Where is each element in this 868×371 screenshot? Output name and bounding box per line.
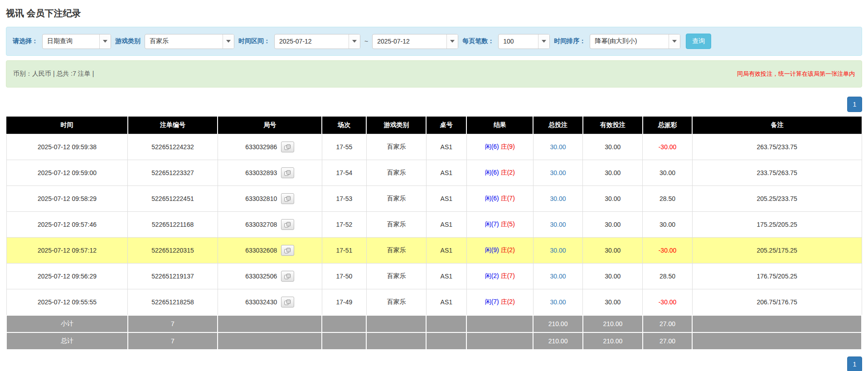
result-cell: 闲(6) 庄(2) bbox=[466, 160, 533, 186]
table-no-cell: AS1 bbox=[426, 289, 466, 316]
page-title: 视讯 会员下注纪录 bbox=[6, 7, 862, 20]
banker-result: 庄(2) bbox=[501, 298, 515, 305]
total-bet-cell: 30.00 bbox=[533, 264, 582, 289]
time-cell: 2025-07-12 09:56:29 bbox=[6, 264, 128, 289]
total-bet-link[interactable]: 30.00 bbox=[550, 195, 566, 202]
total-bet-link[interactable]: 30.00 bbox=[550, 143, 566, 151]
game-type-select[interactable]: 百家乐 bbox=[145, 34, 234, 49]
page-size-select[interactable]: 100 bbox=[498, 34, 550, 49]
time-sort-label: 时间排序： bbox=[554, 37, 586, 45]
session-cell: 17-54 bbox=[322, 160, 366, 186]
page-1-button[interactable]: 1 bbox=[847, 97, 862, 112]
banker-result: 庄(7) bbox=[501, 195, 515, 202]
total-row: 总计 7 210.00 210.00 27.00 bbox=[6, 332, 862, 350]
total-bet-link[interactable]: 30.00 bbox=[550, 169, 566, 176]
game-type-cell: 百家乐 bbox=[366, 186, 426, 212]
bet-id-cell: 522651221168 bbox=[128, 212, 218, 238]
roadmap-button[interactable] bbox=[281, 245, 294, 256]
header-table-no: 桌号 bbox=[426, 117, 466, 134]
payout-cell: 30.00 bbox=[643, 160, 692, 186]
date-from-value: 2025-07-12 bbox=[275, 34, 349, 49]
subtotal-empty-cell bbox=[466, 315, 533, 332]
time-sort-select[interactable]: 降幂(由大到小) bbox=[590, 34, 680, 49]
page-size-label: 每页笔数： bbox=[462, 37, 494, 45]
subtotal-empty-cell bbox=[366, 315, 426, 332]
table-row[interactable]: 2025-07-12 09:57:12522651220315633032608… bbox=[6, 238, 862, 264]
round-number: 633032893 bbox=[245, 169, 277, 176]
search-button[interactable]: 查询 bbox=[686, 34, 711, 49]
total-bet-link[interactable]: 30.00 bbox=[550, 247, 566, 254]
query-type-select[interactable]: 日期查询 bbox=[42, 34, 111, 49]
remark-cell: 176.75/205.25 bbox=[692, 264, 862, 289]
remark-cell: 206.75/176.75 bbox=[692, 289, 862, 316]
table-header-row: 时间 注单编号 局号 场次 游戏类别 桌号 结果 总投注 有效投注 总派彩 备注 bbox=[6, 117, 862, 134]
header-valid-bet: 有效投注 bbox=[583, 117, 643, 134]
player-result: 闲(2) bbox=[485, 272, 499, 279]
valid-bet-cell: 30.00 bbox=[583, 134, 643, 160]
valid-bet-cell: 30.00 bbox=[583, 212, 643, 238]
player-result: 闲(7) bbox=[485, 220, 499, 228]
date-to-select[interactable]: 2025-07-12 bbox=[372, 34, 458, 49]
round-number: 633032810 bbox=[245, 195, 277, 202]
roadmap-button[interactable] bbox=[281, 297, 294, 308]
table-row[interactable]: 2025-07-12 09:55:55522651218258633032430… bbox=[6, 289, 862, 316]
chevron-down-icon[interactable] bbox=[446, 34, 458, 49]
roadmap-button[interactable] bbox=[281, 193, 294, 204]
valid-bet-cell: 30.00 bbox=[583, 160, 643, 186]
chevron-down-icon[interactable] bbox=[223, 34, 234, 49]
date-from-select[interactable]: 2025-07-12 bbox=[274, 34, 360, 49]
total-empty-cell bbox=[322, 332, 366, 350]
subtotal-valid-bet: 210.00 bbox=[583, 315, 643, 332]
table-row[interactable]: 2025-07-12 09:58:29522651222451633032810… bbox=[6, 186, 862, 212]
round-cell: 633032430 bbox=[218, 289, 322, 316]
chevron-down-icon[interactable] bbox=[669, 34, 680, 49]
player-result: 闲(6) bbox=[485, 195, 499, 202]
table-row[interactable]: 2025-07-12 09:56:29522651219137633032506… bbox=[6, 264, 862, 289]
player-result: 闲(7) bbox=[485, 298, 499, 305]
payout-value: -30.00 bbox=[659, 298, 677, 306]
roadmap-button[interactable] bbox=[281, 271, 294, 282]
roadmap-button[interactable] bbox=[281, 167, 294, 178]
roadmap-button[interactable] bbox=[281, 219, 294, 230]
page-1-button[interactable]: 1 bbox=[847, 356, 862, 371]
cards-icon bbox=[284, 273, 291, 279]
table-row[interactable]: 2025-07-12 09:57:46522651221168633032708… bbox=[6, 212, 862, 238]
banker-result: 庄(5) bbox=[501, 220, 515, 228]
total-bet-link[interactable]: 30.00 bbox=[550, 298, 566, 306]
header-time: 时间 bbox=[6, 117, 128, 134]
result-cell: 闲(6) 庄(9) bbox=[466, 134, 533, 160]
total-bet-cell: 30.00 bbox=[533, 212, 582, 238]
page-root: 视讯 会员下注纪录 请选择： 日期查询 游戏类别 百家乐 时间区间： 2025-… bbox=[0, 0, 868, 371]
page-size-value: 100 bbox=[499, 34, 538, 49]
chevron-down-icon[interactable] bbox=[538, 34, 549, 49]
table-no-cell: AS1 bbox=[426, 160, 466, 186]
subtotal-empty-cell bbox=[426, 315, 466, 332]
total-bet-link[interactable]: 30.00 bbox=[550, 221, 566, 228]
time-cell: 2025-07-12 09:58:29 bbox=[6, 186, 128, 212]
total-bet-link[interactable]: 30.00 bbox=[550, 273, 566, 280]
subtotal-empty-cell bbox=[322, 315, 366, 332]
table-row[interactable]: 2025-07-12 09:59:38522651224232633032986… bbox=[6, 134, 862, 160]
player-result: 闲(9) bbox=[485, 246, 499, 254]
bet-id-cell: 522651218258 bbox=[128, 289, 218, 316]
pagination-bottom: 1 bbox=[6, 356, 862, 371]
chevron-down-icon[interactable] bbox=[99, 34, 111, 49]
total-payout: 27.00 bbox=[643, 332, 692, 350]
roadmap-button[interactable] bbox=[281, 142, 294, 152]
round-number: 633032708 bbox=[245, 221, 277, 228]
chevron-down-icon[interactable] bbox=[349, 34, 360, 49]
session-cell: 17-50 bbox=[322, 264, 366, 289]
subtotal-empty-cell bbox=[218, 315, 322, 332]
payout-cell: -30.00 bbox=[643, 238, 692, 264]
header-total-bet: 总投注 bbox=[533, 117, 582, 134]
total-bet-cell: 30.00 bbox=[533, 186, 582, 212]
total-total-bet: 210.00 bbox=[533, 332, 582, 350]
payout-cell: 28.50 bbox=[643, 186, 692, 212]
remark-cell: 233.75/263.75 bbox=[692, 160, 862, 186]
round-cell: 633032893 bbox=[218, 160, 322, 186]
currency-summary-text: 币别：人民币 | 总共 :7 注单 | bbox=[13, 70, 94, 78]
remark-cell: 205.25/175.25 bbox=[692, 238, 862, 264]
round-number: 633032506 bbox=[245, 273, 277, 280]
table-row[interactable]: 2025-07-12 09:59:00522651223327633032893… bbox=[6, 160, 862, 186]
bet-id-cell: 522651222451 bbox=[128, 186, 218, 212]
